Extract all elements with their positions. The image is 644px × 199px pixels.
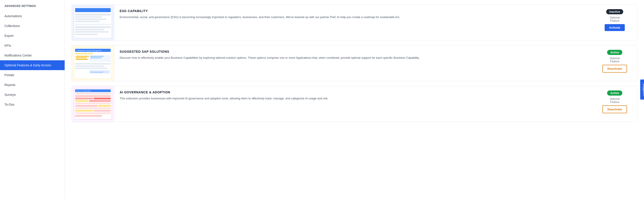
- svg-rect-42: [75, 107, 111, 109]
- deactivate-button-suggested-sap-solutions[interactable]: Deactivate: [602, 65, 627, 73]
- svg-rect-39: [75, 103, 111, 104]
- feature-description-esg-capability: Environmental, social, and governance (E…: [120, 15, 587, 20]
- svg-rect-38: [89, 100, 111, 102]
- svg-rect-6: [75, 21, 100, 22]
- svg-rect-8: [75, 26, 111, 28]
- svg-rect-7: [75, 24, 111, 25]
- svg-rect-23: [90, 57, 102, 58]
- feature-description-ai-governance-adoption: This extension provides businesses with …: [120, 96, 587, 101]
- feature-image-suggested-sap-solutions: Configuration Lifecycle Management Plan …: [72, 45, 114, 81]
- feature-card-suggested-sap-solutions: Configuration Lifecycle Management Plan …: [72, 45, 637, 81]
- svg-rect-44: [94, 110, 111, 112]
- sidebar-item-optional-features[interactable]: Optional Features & Early Access: [0, 60, 64, 70]
- svg-rect-18: [76, 56, 89, 57]
- svg-rect-24: [75, 63, 111, 65]
- feature-body-ai-governance-adoption: AI GOVERNANCE & ADOPTIONThis extension p…: [114, 86, 592, 105]
- feature-description-suggested-sap-solutions: Discover how to effectively enable your …: [120, 56, 587, 60]
- svg-text:Business Capability Map: Business Capability Map: [76, 90, 91, 92]
- svg-rect-37: [75, 100, 88, 102]
- svg-rect-16: [75, 53, 93, 54]
- feature-actions-esg-capability: InactiveOptionalFeatureActivate: [592, 5, 637, 35]
- svg-rect-40: [75, 105, 97, 107]
- feature-body-suggested-sap-solutions: SUGGESTED SAP SOLUTIONSDiscover how to e…: [114, 45, 592, 65]
- sidebar-item-kpis[interactable]: KPIs: [0, 41, 64, 50]
- svg-rect-3: [75, 14, 111, 15]
- sidebar-title: ADVANCED SETTINGS: [0, 2, 64, 11]
- sidebar-item-reports[interactable]: Reports: [0, 80, 64, 90]
- svg-rect-11: [75, 34, 97, 35]
- deactivate-button-ai-governance-adoption[interactable]: Deactivate: [602, 105, 627, 113]
- svg-rect-10: [75, 31, 108, 33]
- svg-rect-36: [94, 98, 111, 99]
- svg-rect-19: [76, 57, 87, 58]
- feature-card-ai-governance-adoption: Business Capability Map AI GOVERNANCE & …: [72, 86, 637, 122]
- sidebar-item-notifications-center[interactable]: Notifications Center: [0, 50, 64, 60]
- svg-rect-9: [75, 29, 104, 30]
- svg-rect-35: [75, 98, 93, 99]
- svg-rect-43: [75, 110, 93, 112]
- main-content: ESG CAPABILITYEnvironmental, social, and…: [65, 0, 644, 199]
- svg-rect-46: [75, 115, 102, 117]
- status-badge-suggested-sap-solutions: Active: [607, 50, 622, 55]
- feature-label-suggested-sap-solutions: OptionalFeature: [610, 57, 620, 63]
- sidebar: ADVANCED SETTINGS AutomationsCollections…: [0, 0, 65, 199]
- feature-actions-suggested-sap-solutions: ActiveOptionalFeatureDeactivate: [592, 45, 637, 77]
- svg-rect-33: [75, 93, 111, 94]
- feature-actions-ai-governance-adoption: ActiveOptionalFeatureDeactivate: [592, 86, 637, 118]
- feature-title-suggested-sap-solutions: SUGGESTED SAP SOLUTIONS: [120, 50, 587, 53]
- svg-rect-2: [75, 8, 111, 12]
- svg-rect-45: [75, 112, 111, 114]
- feature-label-esg-capability: OptionalFeature: [610, 16, 620, 22]
- svg-rect-34: [75, 95, 111, 97]
- sidebar-item-automations[interactable]: Automations: [0, 11, 64, 21]
- svg-text:Plan Transformations: Plan Transformations: [91, 71, 103, 73]
- sidebar-item-surveys[interactable]: Surveys: [0, 90, 64, 100]
- sidebar-item-export[interactable]: Export: [0, 31, 64, 41]
- sidebar-item-to-dos[interactable]: To-Dos: [0, 100, 64, 109]
- svg-rect-41: [98, 105, 111, 107]
- status-badge-ai-governance-adoption: Active: [607, 90, 622, 96]
- sidebar-item-collections[interactable]: Collections: [0, 21, 64, 31]
- feature-title-esg-capability: ESG CAPABILITY: [120, 9, 587, 13]
- support-tab[interactable]: Support: [640, 79, 644, 99]
- status-badge-esg-capability: Inactive: [606, 9, 623, 14]
- sidebar-item-portals[interactable]: Portals: [0, 70, 64, 80]
- feature-body-esg-capability: ESG CAPABILITYEnvironmental, social, and…: [114, 5, 592, 24]
- feature-card-esg-capability: ESG CAPABILITYEnvironmental, social, and…: [72, 4, 637, 41]
- svg-rect-5: [75, 18, 106, 20]
- svg-rect-4: [75, 16, 102, 18]
- svg-rect-26: [75, 68, 107, 69]
- feature-image-ai-governance-adoption: Business Capability Map: [72, 86, 114, 122]
- svg-rect-22: [90, 56, 104, 57]
- svg-text:Configuration Lifecycle Manage: Configuration Lifecycle Management: [76, 50, 102, 52]
- svg-rect-25: [75, 65, 104, 67]
- svg-rect-20: [76, 59, 88, 60]
- feature-title-ai-governance-adoption: AI GOVERNANCE & ADOPTION: [120, 90, 587, 94]
- activate-button-esg-capability[interactable]: Activate: [605, 24, 625, 31]
- feature-image-esg-capability: [72, 5, 114, 40]
- feature-label-ai-governance-adoption: OptionalFeature: [610, 97, 620, 104]
